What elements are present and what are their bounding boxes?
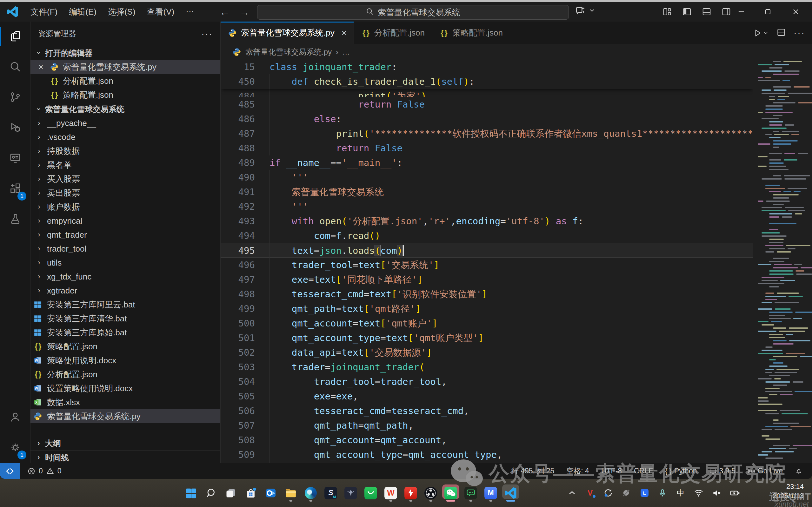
open-editor-item[interactable]: ×索普量化雪球交易系统.py: [31, 60, 220, 74]
tray-blocked-icon[interactable]: [619, 486, 633, 500]
tab-分析配置.json[interactable]: { }分析配置.json: [354, 21, 432, 44]
remote-indicator[interactable]: [0, 463, 20, 479]
tab-策略配置.json[interactable]: { }策略配置.json: [432, 21, 510, 44]
status-item[interactable]: [791, 463, 806, 479]
root-folder-header[interactable]: › 索普量化雪球交易系统: [31, 102, 220, 116]
tree-folder[interactable]: ›.vscode: [31, 130, 220, 144]
taskbar-app-task-view[interactable]: [223, 484, 238, 502]
back-arrow-icon[interactable]: ←: [218, 5, 232, 19]
taskbar-app-wechat[interactable]: [443, 484, 458, 502]
tree-folder[interactable]: ›持股数据: [31, 144, 220, 158]
close-icon[interactable]: ×: [36, 62, 46, 72]
taskbar-app-outlook[interactable]: [264, 484, 278, 502]
tree-folder[interactable]: ›__pycache__: [31, 116, 220, 130]
forward-arrow-icon[interactable]: →: [237, 5, 252, 19]
taskbar-app-game[interactable]: [343, 484, 358, 502]
taskbar-app-vscode[interactable]: [503, 484, 518, 502]
tree-folder[interactable]: ›xg_tdx_func: [31, 270, 220, 284]
taskbar-app-s-ai[interactable]: SAI: [323, 484, 338, 502]
tray-v-icon[interactable]: V: [584, 486, 597, 500]
status-item-3.9.5[interactable]: 3.9.5: [705, 463, 739, 479]
activity-item-extensions[interactable]: 1: [0, 174, 30, 204]
command-center-search[interactable]: 索普量化雪球交易系统: [257, 5, 569, 20]
tree-folder[interactable]: ›utils: [31, 256, 220, 270]
customize-layout-icon[interactable]: [660, 4, 675, 19]
tree-folder[interactable]: ›empyrical: [31, 214, 220, 228]
taskbar-app-red-bolt[interactable]: [403, 484, 418, 502]
taskbar-app-obs[interactable]: [424, 484, 438, 502]
minimap[interactable]: [753, 60, 812, 463]
tray-mic-icon[interactable]: [656, 486, 669, 500]
tree-folder[interactable]: ›卖出股票: [31, 186, 220, 200]
activity-item-search[interactable]: [0, 52, 30, 82]
taskbar-app-wps[interactable]: W: [383, 484, 398, 502]
tree-file[interactable]: { }策略配置.json: [31, 339, 220, 353]
activity-item-settings[interactable]: 1: [0, 433, 30, 463]
taskbar-app-explorer[interactable]: [283, 484, 298, 502]
split-editor-icon[interactable]: [776, 27, 786, 38]
tray-expand-icon[interactable]: [565, 486, 579, 500]
close-icon[interactable]: ×: [341, 28, 347, 38]
tray-wifi-icon[interactable]: [692, 486, 705, 500]
tree-file[interactable]: W设置策略使用说明.docx: [31, 381, 220, 395]
activity-item-testing[interactable]: [0, 204, 30, 235]
tree-file[interactable]: 安装第三方库原始.bat: [31, 326, 220, 339]
maximize-icon[interactable]: [756, 2, 779, 21]
taskbar-clock[interactable]: 23:14 2025/1/13: [773, 482, 804, 500]
tree-file[interactable]: { }分析配置.json: [31, 368, 220, 381]
outline-header[interactable]: › 大纲: [31, 436, 220, 450]
taskbar-app-search[interactable]: [204, 484, 218, 502]
taskbar-app-green-app[interactable]: [364, 484, 378, 502]
status-item-UTF-8[interactable]: UTF-8: [597, 463, 626, 479]
more-actions-icon[interactable]: ···: [201, 28, 213, 39]
activity-item-explorer[interactable]: [0, 21, 30, 52]
tree-file[interactable]: 安装第三方库清华.bat: [31, 312, 220, 326]
activity-item-remote-explorer[interactable]: [0, 144, 30, 174]
tree-file[interactable]: 索普量化雪球交易系统.py: [31, 409, 220, 423]
tree-folder[interactable]: ›买入股票: [31, 172, 220, 186]
more-actions-icon[interactable]: ···: [794, 27, 805, 38]
activity-item-account[interactable]: [0, 402, 30, 433]
taskbar-app-start[interactable]: [183, 484, 198, 502]
menu-item[interactable]: 选择(S): [102, 5, 141, 19]
status-item-Python[interactable]: { }Python: [661, 463, 701, 479]
menu-item[interactable]: ···: [180, 5, 200, 19]
run-python-button[interactable]: [753, 28, 769, 38]
taskbar-app-edge[interactable]: [304, 484, 318, 502]
activity-item-run-debug[interactable]: [0, 113, 30, 144]
status-item-行 495, 列 25[interactable]: 行 495, 列 25: [507, 463, 558, 479]
tray-battery-icon[interactable]: [728, 486, 742, 500]
status-item-空格: 4[interactable]: 空格: 4: [562, 463, 593, 479]
tab-索普量化雪球交易系统.py[interactable]: 索普量化雪球交易系统.py×: [221, 21, 354, 44]
toggle-sidebar-icon[interactable]: [679, 4, 695, 19]
taskbar-app-chat[interactable]: [464, 484, 478, 502]
activity-item-source-control[interactable]: [0, 82, 30, 113]
code-editor[interactable]: 15class joinquant_trader:450 def check_i…: [221, 60, 753, 463]
tray-sync-icon[interactable]: [602, 486, 615, 500]
tree-folder[interactable]: ›trader_tool: [31, 242, 220, 256]
tray-volume-muted-icon[interactable]: [710, 486, 723, 500]
tree-file[interactable]: X数据.xlsx: [31, 395, 220, 409]
tray-lenovo-icon[interactable]: L: [638, 486, 651, 500]
status-item-Go Live[interactable]: Go Live: [744, 463, 787, 479]
tree-file[interactable]: W策略使用说明.docx: [31, 353, 220, 368]
tray-ime-icon[interactable]: 中: [674, 486, 687, 500]
copilot-button[interactable]: [575, 6, 596, 16]
open-editor-item[interactable]: { }策略配置.json: [31, 88, 220, 102]
tree-folder[interactable]: ›黑名单: [31, 158, 220, 172]
breadcrumb[interactable]: 索普量化雪球交易系统.py › …: [221, 44, 812, 60]
menu-item[interactable]: 编辑(E): [63, 5, 102, 19]
menu-item[interactable]: 文件(F): [25, 5, 63, 19]
tree-file[interactable]: 安装第三方库阿里云.bat: [31, 298, 220, 312]
taskbar-app-m-app[interactable]: M: [483, 484, 498, 502]
tree-folder[interactable]: ›账户数据: [31, 200, 220, 214]
status-item-CRLF[interactable]: CRLF: [630, 463, 657, 479]
timeline-header[interactable]: › 时间线: [31, 450, 220, 463]
close-icon[interactable]: [784, 2, 808, 21]
problems-status[interactable]: 0 0: [27, 463, 62, 479]
tree-folder[interactable]: ›qmt_trader: [31, 228, 220, 242]
tree-folder[interactable]: ›xgtrader: [31, 284, 220, 298]
toggle-panel-icon[interactable]: [699, 4, 714, 19]
minimize-icon[interactable]: [729, 2, 753, 21]
open-editors-header[interactable]: › 打开的编辑器: [31, 46, 220, 60]
